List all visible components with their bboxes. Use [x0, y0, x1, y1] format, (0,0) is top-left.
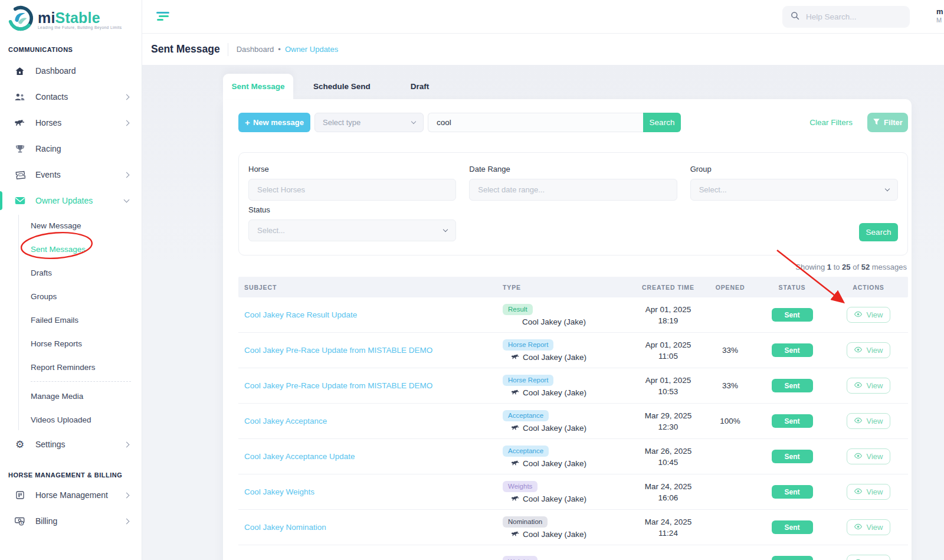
clear-filters-link[interactable]: Clear Filters — [809, 118, 853, 127]
brand-logo[interactable]: miStable Leading the Future, Building Be… — [0, 0, 142, 34]
sidebar-item-contacts[interactable]: Contacts — [0, 84, 142, 110]
submenu-item-drafts[interactable]: Drafts — [0, 261, 142, 284]
sidebar-item-dashboard[interactable]: Dashboard — [0, 58, 142, 84]
toolbar: + New message Select type Search Clear F… — [238, 99, 908, 132]
created-time: Mar 24, 202511:24 — [631, 516, 705, 539]
horse-name: Cool Jakey (Jake) — [503, 388, 631, 397]
submenu-item-horse-reports[interactable]: Horse Reports — [0, 332, 142, 355]
created-time: Mar 19, 2025 — [631, 557, 705, 560]
section-communications: COMMUNICATIONS — [0, 46, 142, 54]
help-search-input[interactable] — [806, 12, 894, 21]
status-badge[interactable]: Sent — [772, 450, 813, 463]
table-row: Cool Jakey Pre-Race Update from MISTABLE… — [238, 368, 908, 404]
message-subject-link[interactable]: Cool Jakey Weights — [238, 487, 497, 496]
submenu-item-videos-uploaded[interactable]: Videos Uploaded — [0, 408, 142, 431]
menu-toggle-icon[interactable] — [156, 12, 169, 23]
profile-name-truncated[interactable]: m M — [936, 7, 944, 25]
submenu-item-groups[interactable]: Groups — [0, 284, 142, 308]
status-badge[interactable]: Sent — [772, 520, 813, 534]
sidebar-item-owner-updates[interactable]: Owner Updates — [0, 188, 142, 214]
status-badge[interactable]: Sent — [772, 379, 813, 392]
status-badge[interactable]: Sent — [772, 414, 813, 428]
col-type: TYPE — [497, 284, 631, 291]
created-time: Apr 01, 202511:05 — [631, 339, 705, 362]
eye-icon — [854, 417, 863, 425]
horse-filter-input[interactable] — [248, 179, 456, 201]
select-type-dropdown[interactable]: Select type — [314, 113, 424, 132]
page-title: Sent Message — [151, 43, 220, 55]
message-search-input[interactable] — [428, 113, 643, 132]
breadcrumb-separator: • — [278, 45, 281, 54]
created-time: Mar 24, 202516:06 — [631, 481, 705, 503]
type-badge: Acceptance — [503, 446, 549, 457]
ticket-icon — [14, 171, 25, 179]
view-button[interactable]: View — [847, 342, 891, 358]
eye-icon — [854, 523, 863, 532]
view-button[interactable]: View — [847, 519, 891, 535]
sidebar-item-billing[interactable]: $ Billing — [0, 508, 142, 534]
tab-draft[interactable]: Draft — [391, 74, 450, 99]
horse-name: Cool Jakey (Jake) — [503, 494, 631, 503]
sidebar-item-label: Contacts — [35, 92, 68, 101]
type-badge: Acceptance — [503, 410, 549, 421]
message-subject-link[interactable]: Cool Jakey Pre-Race Update from MISTABLE… — [238, 346, 497, 355]
submenu-item-report-reminders[interactable]: Report Reminders — [0, 355, 142, 379]
message-subject-link[interactable]: Cool Jakey Nomination — [238, 523, 497, 532]
tab-schedule-send[interactable]: Schedule Send — [293, 74, 391, 99]
message-subject-link[interactable]: Cool Jakey Acceptance Update — [238, 452, 497, 461]
submenu-item-manage-media[interactable]: Manage Media — [0, 384, 142, 408]
status-badge[interactable]: Sent — [772, 485, 813, 499]
table-row: Cool Jakey Nomination Nomination Cool Ja… — [238, 510, 908, 545]
trophy-icon — [14, 144, 25, 153]
top-header: m M — [142, 0, 944, 34]
filter-button[interactable]: Filter — [867, 113, 908, 132]
message-subject-link[interactable]: Cool Jakey Acceptance — [238, 417, 497, 425]
view-button[interactable]: View — [847, 484, 891, 500]
message-subject-link[interactable]: Cool Jakey Pre-Race Update from MISTABLE… — [238, 381, 497, 390]
submenu-item-new-message[interactable]: New Message — [0, 214, 142, 237]
sent-messages-card: + New message Select type Search Clear F… — [223, 99, 912, 560]
status-filter-select[interactable]: Select... — [248, 220, 456, 241]
status-badge[interactable]: Sent — [772, 343, 813, 357]
sidebar-item-settings[interactable]: ⚙ Settings — [0, 431, 142, 457]
type-badge: Weights — [503, 556, 537, 560]
brand-name: miStable — [38, 9, 100, 26]
view-button[interactable]: View — [847, 413, 891, 429]
col-created-time: CREATED TIME — [631, 284, 705, 291]
submenu-item-sent-messages[interactable]: Sent Messages — [0, 237, 142, 261]
view-button[interactable]: View — [847, 307, 891, 323]
sidebar-item-label: Owner Updates — [35, 196, 93, 205]
sidebar-item-label: Horses — [35, 118, 61, 127]
search-button[interactable]: Search — [643, 113, 681, 132]
breadcrumb-dashboard[interactable]: Dashboard — [237, 45, 274, 54]
sidebar-item-horses[interactable]: Horses — [0, 110, 142, 136]
view-button[interactable]: View — [847, 448, 891, 464]
sidebar-item-label: Dashboard — [35, 66, 76, 76]
horse-name: Cool Jakey (Jake) — [503, 424, 631, 433]
message-subject-link[interactable]: Cool Jakey Race Result Update — [238, 310, 497, 319]
status-badge[interactable]: Sent — [772, 308, 813, 322]
help-search-box[interactable] — [782, 6, 910, 28]
new-message-button[interactable]: + New message — [238, 113, 310, 132]
plus-icon: + — [245, 117, 250, 127]
sidebar-item-racing[interactable]: Racing — [0, 136, 142, 162]
view-button[interactable]: View — [847, 555, 891, 560]
breadcrumb-owner-updates[interactable]: Owner Updates — [285, 45, 338, 54]
date-range-filter-input[interactable] — [469, 179, 677, 201]
horse-icon — [511, 389, 520, 395]
submenu-item-failed-emails[interactable]: Failed Emails — [0, 308, 142, 332]
sidebar-item-events[interactable]: Events — [0, 162, 142, 188]
group-filter-select[interactable]: Select... — [690, 179, 898, 201]
home-icon — [14, 66, 25, 76]
horse-icon — [511, 425, 520, 431]
sidebar-item-horse-management[interactable]: Horse Management — [0, 482, 142, 508]
page-title-bar: Sent Message Dashboard • Owner Updates — [142, 34, 944, 65]
status-badge[interactable]: Sent — [772, 556, 813, 560]
brand-tagline: Leading the Future, Building Beyond Limi… — [38, 25, 122, 30]
tab-sent-message[interactable]: Sent Message — [223, 74, 293, 99]
messages-table: SUBJECT TYPE CREATED TIME OPENED STATUS … — [238, 277, 908, 560]
panel-search-button[interactable]: Search — [859, 223, 898, 241]
view-button[interactable]: View — [847, 378, 891, 394]
sidebar-item-label: Events — [35, 170, 61, 179]
col-status: STATUS — [755, 284, 829, 291]
